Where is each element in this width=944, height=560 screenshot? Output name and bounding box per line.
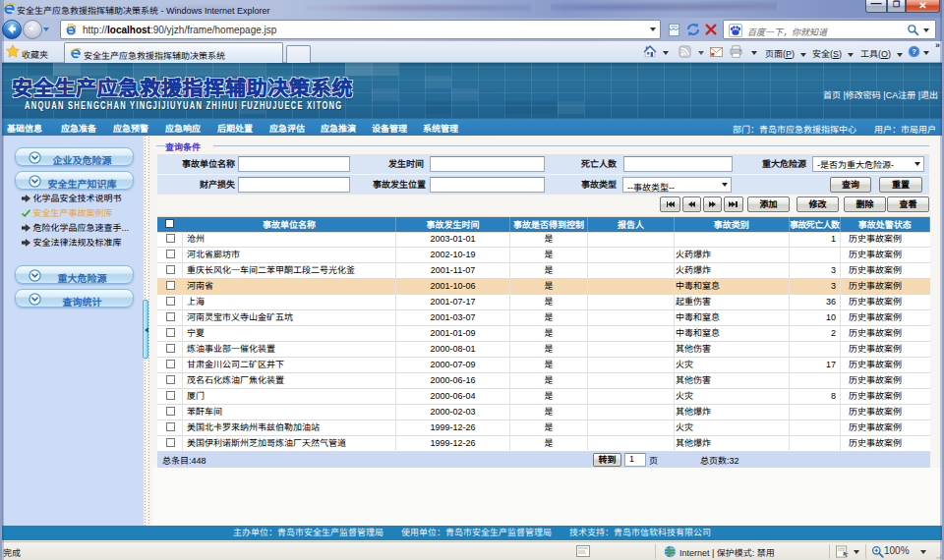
svg-text:?: ? xyxy=(912,47,916,56)
